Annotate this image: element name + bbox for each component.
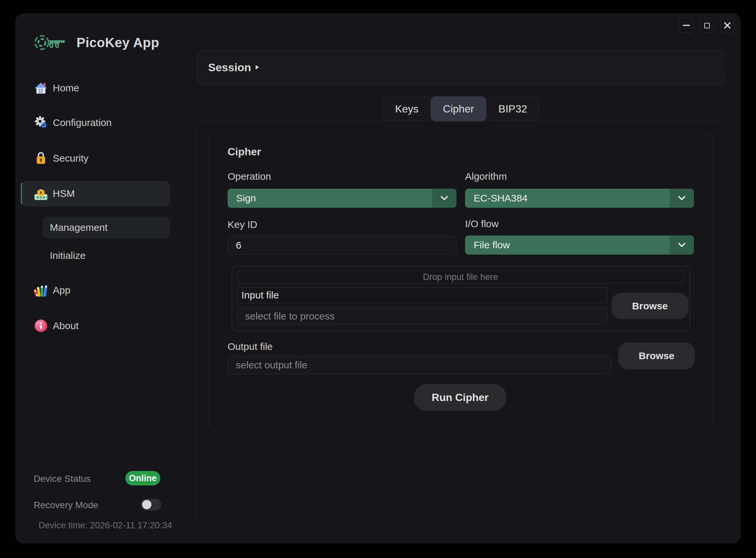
sidebar-item-home[interactable]: Home <box>34 81 79 95</box>
sidebar-item-label: Configuration <box>53 117 111 128</box>
sidebar-item-label: Initialize <box>50 250 85 261</box>
sidebar: PicoKey App Home <box>15 13 196 543</box>
algorithm-label: Algorithm <box>465 171 507 182</box>
minimize-button[interactable] <box>679 18 694 33</box>
apps-icon <box>34 283 48 298</box>
output-file-label: Output file <box>228 341 273 352</box>
input-file-drop-zone[interactable]: Drop input file here Input file Browse <box>231 266 690 331</box>
drop-hint: Drop input file here <box>237 271 684 284</box>
tab-bip32[interactable]: BIP32 <box>486 96 539 121</box>
device-status-badge: Online <box>125 471 160 485</box>
chevron-down-icon <box>670 235 694 255</box>
tab-bar: Keys Cipher BIP32 <box>197 96 726 121</box>
input-file-field[interactable] <box>237 307 608 325</box>
caret-right-icon <box>255 64 259 70</box>
app-logo-row: PicoKey App <box>34 33 159 52</box>
close-icon <box>724 22 731 29</box>
chevron-down-icon <box>670 188 694 208</box>
session-title: Session <box>208 61 251 74</box>
lock-icon <box>34 151 48 166</box>
device-time: Device time: 2026-02-11 17:20:34 <box>39 521 172 531</box>
app-window: PicoKey App Home <box>15 13 741 543</box>
operation-value: Sign <box>228 193 432 204</box>
minimize-icon <box>683 25 690 26</box>
sidebar-item-label: HSM <box>53 188 75 199</box>
home-icon <box>34 81 48 95</box>
input-browse-button[interactable]: Browse <box>611 293 688 319</box>
window-controls <box>679 18 735 33</box>
recovery-mode-toggle[interactable] <box>141 499 161 510</box>
input-file-label: Input file <box>237 287 608 303</box>
tab-cipher[interactable]: Cipher <box>431 96 486 121</box>
hsm-lock-icon: ✱✱✱✱ <box>34 186 48 201</box>
recovery-mode-label: Recovery Mode <box>34 500 98 510</box>
output-browse-button[interactable]: Browse <box>618 342 695 370</box>
sidebar-item-app[interactable]: App <box>34 283 70 298</box>
io-flow-select[interactable]: File flow <box>465 235 694 255</box>
sidebar-item-label: Security <box>53 153 89 164</box>
tab-panel: Cipher Operation Algorithm Sign EC-SHA38… <box>197 121 726 526</box>
sidebar-item-about[interactable]: About <box>34 319 78 333</box>
device-status-label: Device Status <box>34 474 91 484</box>
run-cipher-button[interactable]: Run Cipher <box>413 384 507 411</box>
svg-text:✱✱✱✱: ✱✱✱✱ <box>35 195 48 200</box>
chevron-down-icon <box>432 188 456 208</box>
algorithm-value: EC-SHA384 <box>465 193 670 204</box>
app-title: PicoKey App <box>77 35 159 50</box>
sidebar-item-label: Management <box>50 222 107 233</box>
maximize-icon <box>704 23 710 28</box>
algorithm-select[interactable]: EC-SHA384 <box>465 188 694 208</box>
key-id-label: Key ID <box>228 219 257 230</box>
key-logo-icon <box>34 33 66 52</box>
io-flow-label: I/O flow <box>465 218 499 230</box>
sidebar-subitem-management[interactable]: Management <box>43 217 170 238</box>
session-header[interactable]: Session <box>197 50 726 84</box>
key-id-input[interactable] <box>228 236 456 255</box>
operation-label: Operation <box>228 171 271 182</box>
cipher-card: Cipher Operation Algorithm Sign EC-SHA38… <box>209 133 713 430</box>
sidebar-item-hsm[interactable]: ✱✱✱✱ HSM <box>22 181 170 206</box>
toggle-knob <box>142 500 151 509</box>
maximize-button[interactable] <box>700 18 714 33</box>
output-file-field[interactable] <box>228 356 611 374</box>
sidebar-item-label: App <box>53 285 70 296</box>
info-icon <box>34 319 48 333</box>
sidebar-item-label: Home <box>53 82 79 94</box>
tab-keys[interactable]: Keys <box>383 96 431 121</box>
sidebar-item-security[interactable]: Security <box>34 151 89 166</box>
sidebar-subitem-initialize[interactable]: Initialize <box>50 248 85 263</box>
sidebar-item-configuration[interactable]: Configuration <box>34 116 111 130</box>
sidebar-item-label: About <box>53 320 78 331</box>
operation-select[interactable]: Sign <box>228 188 456 208</box>
close-button[interactable] <box>720 18 735 33</box>
io-flow-value: File flow <box>465 239 670 251</box>
gear-icon <box>34 116 48 130</box>
cipher-card-title: Cipher <box>228 146 261 158</box>
